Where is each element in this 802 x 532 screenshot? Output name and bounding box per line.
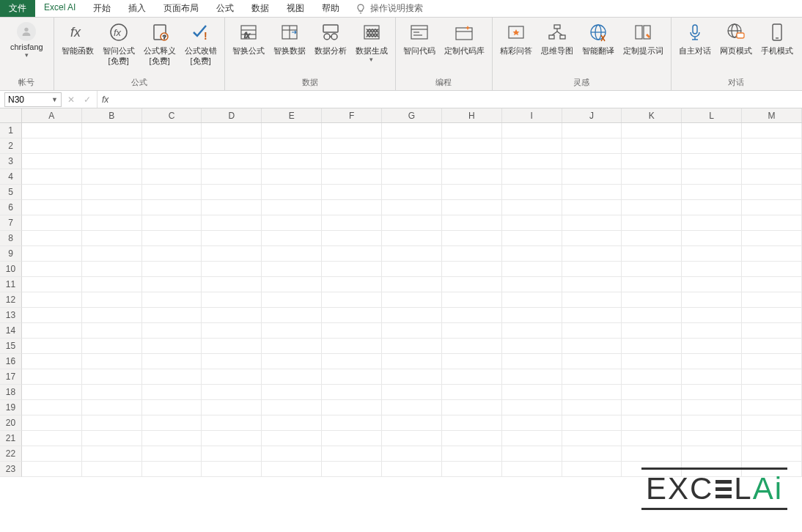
cell[interactable]	[682, 123, 742, 138]
cell[interactable]	[502, 339, 562, 354]
cell[interactable]	[682, 415, 742, 431]
cell[interactable]	[22, 385, 82, 400]
cell[interactable]	[22, 231, 82, 246]
cell[interactable]	[682, 308, 742, 323]
cell[interactable]	[262, 462, 322, 477]
cell[interactable]	[442, 123, 502, 138]
cell[interactable]	[622, 369, 682, 385]
cell[interactable]	[322, 462, 382, 477]
cell[interactable]	[442, 339, 502, 354]
row-header[interactable]: 3	[0, 154, 22, 169]
cell[interactable]	[562, 231, 622, 246]
cell[interactable]	[202, 462, 262, 477]
cell[interactable]	[382, 123, 442, 138]
cell[interactable]	[322, 323, 382, 339]
cell[interactable]	[322, 154, 382, 169]
cell[interactable]	[82, 308, 142, 323]
cell[interactable]	[562, 323, 622, 339]
cell[interactable]	[442, 462, 502, 477]
cell[interactable]	[202, 431, 262, 446]
cell[interactable]	[262, 292, 322, 308]
qa-button[interactable]: 精彩问答	[496, 19, 537, 57]
tab-help[interactable]: 帮助	[313, 0, 348, 17]
row-header[interactable]: 12	[0, 292, 22, 308]
cell[interactable]	[22, 123, 82, 138]
cell[interactable]	[22, 277, 82, 292]
cell[interactable]	[142, 154, 202, 169]
cell[interactable]	[22, 185, 82, 200]
column-header[interactable]: B	[82, 108, 142, 122]
cell[interactable]	[442, 277, 502, 292]
cell[interactable]	[142, 354, 202, 369]
cell[interactable]	[82, 415, 142, 431]
cell[interactable]	[82, 369, 142, 385]
cell[interactable]	[742, 200, 802, 215]
column-header[interactable]: L	[682, 108, 742, 122]
cell[interactable]	[562, 462, 622, 477]
cell[interactable]	[262, 185, 322, 200]
column-header[interactable]: D	[202, 108, 262, 122]
cell[interactable]	[622, 354, 682, 369]
cell[interactable]	[502, 231, 562, 246]
cell[interactable]	[202, 446, 262, 462]
cell[interactable]	[442, 415, 502, 431]
mobile-mode-button[interactable]: 手机模式	[757, 19, 798, 57]
row-header[interactable]: 11	[0, 277, 22, 292]
cell[interactable]	[202, 215, 262, 231]
cell[interactable]	[442, 138, 502, 154]
cell[interactable]	[562, 385, 622, 400]
cell[interactable]	[142, 446, 202, 462]
cell[interactable]	[202, 354, 262, 369]
cell[interactable]	[622, 431, 682, 446]
column-header[interactable]: G	[382, 108, 442, 122]
select-all-corner[interactable]	[0, 108, 22, 122]
cell[interactable]	[502, 292, 562, 308]
cell[interactable]	[142, 415, 202, 431]
cell[interactable]	[142, 246, 202, 262]
cell[interactable]	[322, 446, 382, 462]
cell[interactable]	[682, 323, 742, 339]
formula-fix-button[interactable]: ! 公式改错 [免费]	[180, 19, 221, 68]
row-header[interactable]: 14	[0, 323, 22, 339]
cell[interactable]	[502, 446, 562, 462]
cell[interactable]	[562, 369, 622, 385]
cell[interactable]	[322, 415, 382, 431]
cell[interactable]	[382, 215, 442, 231]
cell[interactable]	[502, 431, 562, 446]
cell[interactable]	[22, 215, 82, 231]
cell[interactable]	[562, 292, 622, 308]
cell[interactable]	[82, 200, 142, 215]
cell[interactable]	[82, 354, 142, 369]
cell[interactable]	[142, 138, 202, 154]
cell[interactable]	[202, 400, 262, 415]
cell[interactable]	[202, 154, 262, 169]
cell[interactable]	[502, 323, 562, 339]
cell[interactable]	[382, 369, 442, 385]
data-analysis-button[interactable]: 数据分析	[310, 19, 351, 57]
row-header[interactable]: 19	[0, 400, 22, 415]
cell[interactable]	[82, 262, 142, 277]
tab-insert[interactable]: 插入	[119, 0, 155, 17]
cell[interactable]	[502, 246, 562, 262]
cell[interactable]	[622, 231, 682, 246]
cell[interactable]	[322, 431, 382, 446]
cell[interactable]	[622, 400, 682, 415]
cell[interactable]	[142, 462, 202, 477]
cell[interactable]	[682, 446, 742, 462]
cell[interactable]	[502, 169, 562, 185]
cell[interactable]	[382, 308, 442, 323]
cell[interactable]	[742, 154, 802, 169]
cell[interactable]	[742, 123, 802, 138]
cell[interactable]	[82, 215, 142, 231]
prompt-button[interactable]: 定制提示词	[619, 19, 668, 57]
cell[interactable]	[382, 323, 442, 339]
cell[interactable]	[82, 246, 142, 262]
cell[interactable]	[202, 323, 262, 339]
cell[interactable]	[622, 446, 682, 462]
cell[interactable]	[262, 323, 322, 339]
cell[interactable]	[682, 185, 742, 200]
cell[interactable]	[82, 446, 142, 462]
row-header[interactable]: 20	[0, 415, 22, 431]
cell[interactable]	[442, 385, 502, 400]
cell[interactable]	[322, 277, 382, 292]
